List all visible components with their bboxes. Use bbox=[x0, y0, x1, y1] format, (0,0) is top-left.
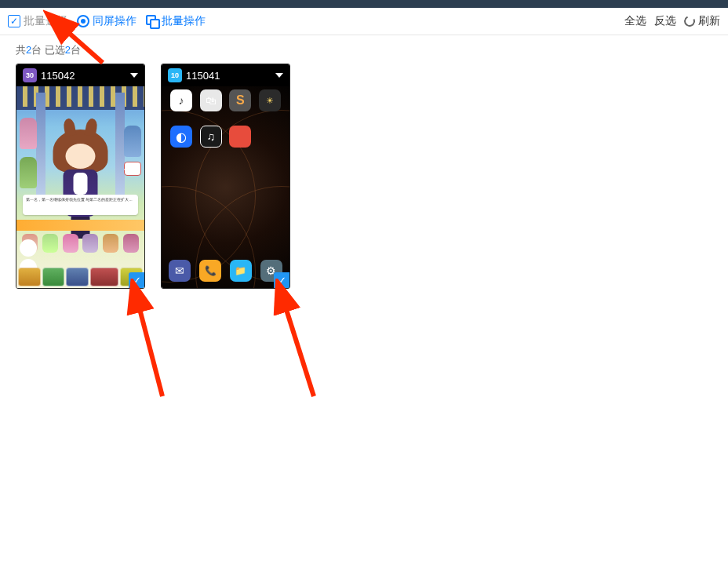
game-banner bbox=[16, 220, 144, 231]
chibi-icon bbox=[42, 234, 58, 253]
svg-line-5 bbox=[278, 285, 314, 396]
game-chibi-row bbox=[20, 234, 141, 254]
batch-action-icon bbox=[146, 15, 158, 27]
home-dock bbox=[162, 257, 289, 285]
caret-down-icon[interactable] bbox=[130, 73, 138, 78]
same-screen-label: 同屏操作 bbox=[93, 14, 136, 28]
messages-app-icon bbox=[169, 260, 191, 282]
game-side-pill-icon bbox=[20, 239, 37, 257]
main-toolbar: ✓ 批量选择 同屏操作 批量操作 全选 反选 刷新 bbox=[0, 8, 728, 35]
phone-app-icon bbox=[199, 260, 221, 282]
refresh-button[interactable]: 刷新 bbox=[684, 14, 720, 28]
game-side-character bbox=[20, 118, 37, 149]
check-icon: ✓ bbox=[10, 16, 18, 26]
device-screen[interactable]: 第一名，第一名继续保持领先位置 与第二名的差距正在扩大... bbox=[16, 86, 144, 288]
files-app-icon bbox=[230, 260, 252, 282]
chibi-icon bbox=[123, 234, 139, 253]
home-row bbox=[162, 86, 289, 111]
device-id: 115041 bbox=[186, 70, 220, 82]
game-side-character bbox=[20, 157, 37, 188]
same-screen-icon bbox=[77, 15, 89, 27]
status-mid: 台 已选 bbox=[31, 44, 65, 56]
annotation-arrow bbox=[267, 279, 329, 404]
home-row bbox=[162, 122, 289, 148]
device-badge: 10 bbox=[168, 68, 182, 82]
game-bg-pillar bbox=[36, 93, 46, 202]
refresh-icon bbox=[682, 14, 697, 28]
game-side-character bbox=[124, 126, 141, 157]
batch-select-toggle[interactable]: ✓ 批量选择 bbox=[8, 14, 67, 28]
game-main-character bbox=[51, 129, 110, 232]
sogou-app-icon bbox=[229, 89, 251, 111]
batch-action-button[interactable]: 批量操作 bbox=[146, 14, 206, 28]
batch-select-checkbox[interactable]: ✓ bbox=[8, 15, 20, 27]
device-header[interactable]: 30 115042 bbox=[16, 64, 144, 86]
game-nav-btn bbox=[66, 268, 89, 286]
devices-grid: 30 115042 第一名，第一名继续保持领先位置 与第二名的差距正在扩大.. bbox=[0, 64, 728, 289]
device-card[interactable]: 10 115041 bbox=[161, 64, 290, 289]
same-screen-button[interactable]: 同屏操作 bbox=[77, 14, 136, 28]
gift-bubble-icon bbox=[124, 162, 141, 176]
music-app-icon bbox=[170, 89, 192, 111]
chibi-icon bbox=[82, 234, 98, 253]
chibi-icon bbox=[103, 234, 118, 253]
device-card[interactable]: 30 115042 第一名，第一名继续保持领先位置 与第二名的差距正在扩大.. bbox=[16, 64, 145, 289]
empty-slot bbox=[259, 126, 281, 148]
red-app-icon bbox=[229, 126, 251, 148]
selected-check-badge[interactable]: ✓ bbox=[129, 272, 144, 288]
svg-line-3 bbox=[133, 285, 162, 396]
tiktok-app-icon bbox=[200, 126, 222, 148]
invert-select-button[interactable]: 反选 bbox=[654, 14, 676, 28]
shopping-app-icon bbox=[200, 89, 222, 111]
selected-check-badge[interactable]: ✓ bbox=[274, 272, 289, 288]
annotation-arrow bbox=[122, 279, 177, 404]
status-selected: 2 bbox=[65, 44, 71, 56]
game-nav-btn bbox=[18, 268, 41, 286]
window-titlebar bbox=[0, 0, 728, 8]
game-nav-btn bbox=[90, 268, 119, 286]
status-suffix: 台 bbox=[71, 44, 81, 56]
device-screen[interactable] bbox=[162, 86, 289, 288]
batch-select-label: 批量选择 bbox=[24, 14, 67, 28]
game-dialog: 第一名，第一名继续保持领先位置 与第二名的差距正在扩大... bbox=[23, 195, 138, 215]
home-screen bbox=[162, 86, 289, 288]
browser-app-icon bbox=[170, 126, 192, 148]
game-screen: 第一名，第一名继续保持领先位置 与第二名的差距正在扩大... bbox=[16, 86, 144, 288]
status-prefix: 共 bbox=[16, 44, 26, 56]
status-line: 共2台 已选2台 bbox=[0, 35, 728, 64]
caret-down-icon[interactable] bbox=[275, 73, 283, 78]
toolbar-left-group: ✓ 批量选择 同屏操作 批量操作 bbox=[8, 14, 206, 28]
weather-app-icon bbox=[259, 89, 281, 111]
refresh-label: 刷新 bbox=[698, 14, 720, 28]
select-all-button[interactable]: 全选 bbox=[624, 14, 646, 28]
game-nav-btn bbox=[42, 268, 65, 286]
game-bottom-bar bbox=[16, 266, 144, 288]
device-id: 115042 bbox=[41, 70, 75, 82]
chibi-icon bbox=[63, 234, 78, 253]
device-badge: 30 bbox=[23, 68, 37, 82]
batch-action-label: 批量操作 bbox=[162, 14, 206, 28]
device-header[interactable]: 10 115041 bbox=[162, 64, 289, 86]
toolbar-right-group: 全选 反选 刷新 bbox=[624, 14, 720, 28]
